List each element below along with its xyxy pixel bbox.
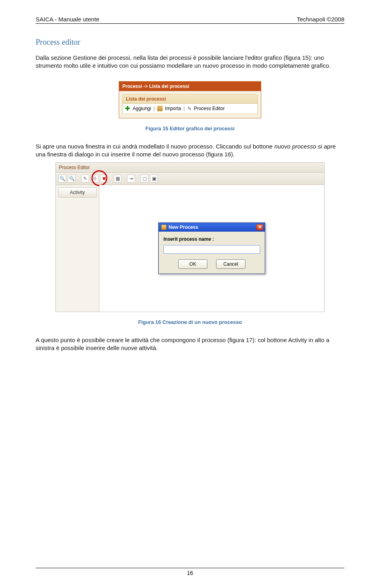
- para2-italic: nuovo processo: [274, 143, 316, 150]
- new-process-dialog: New Process ✕ Inserit process name : OK …: [158, 223, 265, 274]
- export-button[interactable]: ⇥: [127, 175, 135, 183]
- header-right: Technapoli ©2008: [297, 16, 344, 23]
- fig15-process-editor[interactable]: Process Editor: [194, 106, 225, 111]
- pencil-icon: ✎: [187, 106, 192, 112]
- plus-icon: ✚: [125, 106, 130, 111]
- close-icon[interactable]: ✕: [256, 224, 263, 230]
- toolbar-button[interactable]: ▢: [141, 175, 148, 183]
- fig15-aggiungi[interactable]: Aggiungi: [133, 106, 151, 111]
- process-editor-sidebar: Activity: [56, 185, 99, 312]
- paragraph-1: Dalla sezione Gestione dei processi, nel…: [36, 54, 344, 70]
- process-name-input[interactable]: [163, 245, 260, 254]
- paragraph-2: Si apre una nuova finestra in cui andrà …: [36, 143, 344, 159]
- dialog-titlebar: New Process ✕: [159, 223, 265, 232]
- paragraph-3: A questo punto è possibile creare le att…: [36, 336, 344, 352]
- new-process-button[interactable]: ✎: [81, 175, 89, 183]
- figure-15-caption: Figura 15 Editor grafico dei processi: [36, 126, 344, 131]
- app-icon: [161, 225, 167, 230]
- dialog-label: Inserit process name :: [163, 236, 260, 242]
- ok-button[interactable]: OK: [178, 259, 207, 269]
- page-number: 16: [187, 570, 193, 576]
- import-icon: [157, 106, 163, 111]
- toolbar-button[interactable]: ▦: [114, 175, 122, 183]
- figure-15-screenshot: Processi -> Lista dei processi Lista dei…: [119, 81, 261, 118]
- toolbar-button[interactable]: ⎘: [91, 175, 99, 183]
- fig15-toolbar: ✚ Aggiungi | Importa | ✎ Process Editor: [122, 104, 258, 114]
- header-left: SAICA - Manuale utente: [36, 16, 99, 23]
- figure-16-screenshot: Process Editor 🔍 🔍 ✎ ⎘ ✖ ▦ ⇥ ▢ ▣ Activit…: [55, 162, 325, 312]
- figure-16-caption: Figura 16 Creazione di un nuovo processo: [36, 319, 344, 325]
- zoom-in-icon[interactable]: 🔍: [58, 175, 66, 183]
- dialog-title: New Process: [169, 225, 198, 230]
- separator-icon: |: [184, 106, 185, 111]
- cancel-button[interactable]: Cancel: [216, 259, 245, 269]
- activity-button[interactable]: Activity: [58, 187, 97, 198]
- para2-part-a: Si apre una nuova finestra in cui andrà …: [36, 143, 274, 150]
- zoom-out-icon[interactable]: 🔍: [68, 175, 76, 183]
- separator-icon: |: [154, 106, 155, 111]
- toolbar-button[interactable]: ▣: [150, 175, 158, 183]
- process-editor-toolbar: 🔍 🔍 ✎ ⎘ ✖ ▦ ⇥ ▢ ▣: [56, 173, 324, 185]
- page-header: SAICA - Manuale utente Technapoli ©2008: [36, 16, 344, 24]
- page-footer: 16: [36, 568, 344, 576]
- section-title: Process editor: [36, 38, 344, 47]
- delete-button[interactable]: ✖: [100, 175, 108, 183]
- process-editor-title: Process Editor: [56, 163, 324, 173]
- fig15-window-title: Processi -> Lista dei processi: [119, 82, 261, 91]
- fig15-panel-title: Lista dei processi: [122, 94, 258, 104]
- fig15-importa[interactable]: Importa: [165, 106, 181, 111]
- process-editor-canvas: New Process ✕ Inserit process name : OK …: [99, 185, 324, 312]
